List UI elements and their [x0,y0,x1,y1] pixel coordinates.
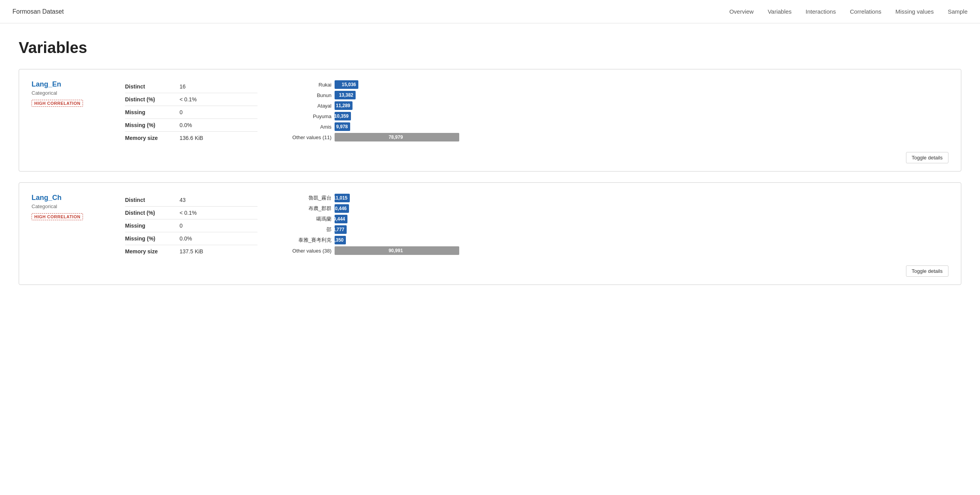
bar-container: 15,036 [335,80,358,89]
stats-row: Memory size136.6 KiB [125,132,257,145]
bar-rect: 10,359 [335,112,351,120]
bar-container: 10,359 [335,112,351,120]
nav-item-correlations[interactable]: Correlations [850,8,881,15]
nav-item-interactions[interactable]: Interactions [806,8,836,15]
bar-container: 9,978 [335,122,350,131]
stat-value: 137.5 KiB [180,245,257,258]
bar-container: 10,446 [335,204,349,213]
bar-rect: 8,350 [335,236,346,244]
bar-label: Bunun [281,92,331,98]
chart-area: 魯凱_霧台11,015布農_郡群10,446噶瑪蘭9,444邵8,777泰雅_賽… [257,194,948,257]
nav-item-missing-values[interactable]: Missing values [895,8,934,15]
bar-row: 泰雅_賽考利克8,350 [281,236,941,244]
var-type: Categorical [32,203,109,209]
page-content: Variables Lang_EnCategoricalHIGH CORRELA… [0,23,980,311]
stat-value: 0.0% [180,119,257,132]
bar-label: Rukai [281,82,331,88]
bar-label: Amis [281,124,331,130]
bar-rect: 15,036 [335,80,358,89]
bar-label: 魯凱_霧台 [281,194,331,202]
bar-label: 噶瑪蘭 [281,216,331,223]
nav-item-sample[interactable]: Sample [948,8,968,15]
high-correlation-badge: HIGH CORRELATION [32,100,83,107]
stats-row: Memory size137.5 KiB [125,245,257,258]
bar-row: Bunun13,382 [281,91,941,99]
stat-label: Missing (%) [125,119,180,132]
bar-rect: 10,446 [335,204,349,213]
bar-row: 噶瑪蘭9,444 [281,215,941,223]
stat-label: Missing [125,106,180,119]
bar-container: 9,444 [335,215,347,223]
var-info: Lang_EnCategoricalHIGH CORRELATION [32,80,109,107]
bar-row: Other values (38)90,991 [281,246,941,255]
bar-rect: 9,444 [335,215,347,223]
bar-row: Puyuma10,359 [281,112,941,120]
var-name: Lang_En [32,80,109,88]
stat-value: 43 [180,194,257,207]
stats-table: Distinct16Distinct (%)< 0.1%Missing0Miss… [125,80,257,144]
var-info: Lang_ChCategoricalHIGH CORRELATION [32,194,109,220]
stat-label: Missing (%) [125,232,180,245]
card-footer: Toggle details [32,152,948,163]
bar-row: Atayal11,289 [281,101,941,110]
stats-row: Missing (%)0.0% [125,119,257,132]
toggle-details-button[interactable]: Toggle details [906,152,949,163]
stat-label: Distinct (%) [125,207,180,219]
stat-value: < 0.1% [180,207,257,219]
brand-title: Formosan Dataset [12,8,64,15]
stat-value: 0 [180,106,257,119]
stats-row: Missing (%)0.0% [125,232,257,245]
bar-rect: 8,777 [335,225,347,234]
bar-rect: 11,015 [335,194,350,202]
bar-label: Atayal [281,103,331,109]
high-correlation-badge: HIGH CORRELATION [32,213,83,220]
card-body: Lang_ChCategoricalHIGH CORRELATIONDistin… [32,194,948,258]
stat-value: 0 [180,219,257,232]
card-footer: Toggle details [32,265,948,277]
stat-value: 136.6 KiB [180,132,257,145]
var-type: Categorical [32,90,109,96]
stats-row: Distinct (%)< 0.1% [125,93,257,106]
stat-label: Distinct [125,80,180,93]
bar-container: 11,289 [335,101,353,110]
bar-row: 布農_郡群10,446 [281,204,941,213]
bar-rect: 11,289 [335,101,353,110]
stats-row: Missing0 [125,219,257,232]
bar-rect: 78,979 [335,133,459,141]
stat-label: Memory size [125,132,180,145]
bar-label: Other values (38) [281,248,331,254]
bar-label: Other values (11) [281,134,331,140]
stat-value: 0.0% [180,232,257,245]
stat-label: Memory size [125,245,180,258]
stats-row: Distinct16 [125,80,257,93]
navbar: Formosan Dataset OverviewVariablesIntera… [0,0,980,23]
toggle-details-button[interactable]: Toggle details [906,265,949,277]
var-name: Lang_Ch [32,194,109,202]
bar-label: Puyuma [281,113,331,119]
bar-rect: 90,991 [335,246,459,255]
bar-container: 8,777 [335,225,347,234]
stats-table: Distinct43Distinct (%)< 0.1%Missing0Miss… [125,194,257,258]
bar-rect: 9,978 [335,122,350,131]
variables-container: Lang_EnCategoricalHIGH CORRELATIONDistin… [19,69,961,285]
nav-item-overview[interactable]: Overview [729,8,754,15]
nav-menu: OverviewVariablesInteractionsCorrelation… [729,8,968,15]
nav-item-variables[interactable]: Variables [768,8,791,15]
stat-label: Distinct (%) [125,93,180,106]
stats-row: Distinct (%)< 0.1% [125,207,257,219]
bar-row: Amis9,978 [281,122,941,131]
page-title: Variables [19,39,961,57]
bar-container: 8,350 [335,236,346,244]
bar-label: 邵 [281,226,331,233]
bar-label: 布農_郡群 [281,205,331,212]
card-body: Lang_EnCategoricalHIGH CORRELATIONDistin… [32,80,948,144]
bar-rect: 13,382 [335,91,356,99]
bar-row: Rukai15,036 [281,80,941,89]
stat-value: 16 [180,80,257,93]
bar-container: 78,979 [335,133,459,141]
bar-row: 魯凱_霧台11,015 [281,194,941,202]
stat-label: Missing [125,219,180,232]
bar-container: 11,015 [335,194,350,202]
stats-row: Missing0 [125,106,257,119]
chart-area: Rukai15,036Bunun13,382Atayal11,289Puyuma… [257,80,948,143]
